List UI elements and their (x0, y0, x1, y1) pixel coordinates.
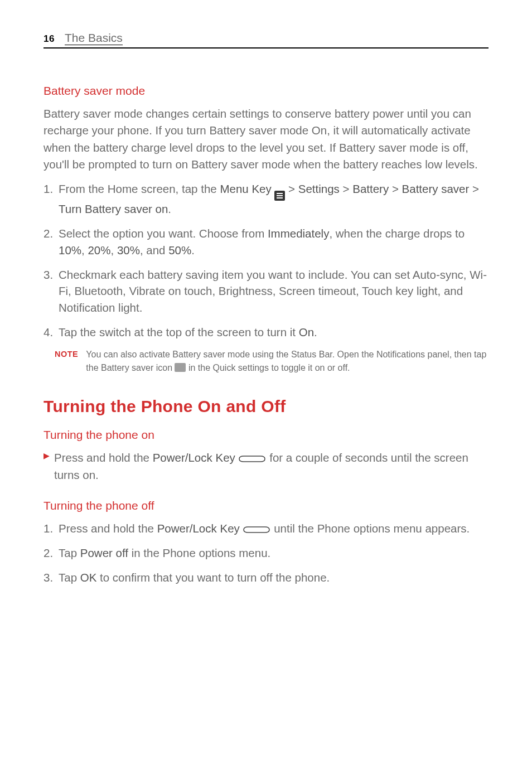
on-label: On (299, 326, 314, 338)
pct-20: 20% (88, 244, 110, 256)
menu-icon (274, 191, 285, 201)
step-4: 4. Tap the switch at the top of the scre… (43, 324, 489, 341)
power-lock-key-label: Power/Lock Key (157, 522, 240, 535)
step-3: 3. Checkmark each battery saving item yo… (43, 267, 489, 316)
text: Tap the switch at the top of the screen … (59, 326, 299, 338)
text: > (340, 182, 352, 195)
pct-30: 30% (117, 244, 140, 256)
text: . (168, 202, 171, 215)
list-number: 1. (43, 181, 54, 217)
power-key-icon (243, 526, 270, 534)
text: . (314, 326, 317, 338)
text: Press and hold the (54, 451, 153, 464)
list-number: 3. (43, 569, 54, 586)
text: to confirm that you want to turn off the… (96, 571, 330, 584)
list-number: 2. (43, 225, 54, 258)
text: > (285, 182, 298, 195)
text: Select the option you want. Choose from (59, 227, 268, 240)
note-label: NOTE (55, 348, 78, 375)
text: Tap (59, 546, 80, 559)
power-lock-key-label: Power/Lock Key (153, 451, 235, 464)
text: > (469, 182, 479, 195)
power-key-icon (238, 455, 266, 463)
text: , and (140, 244, 168, 256)
off-step-2: 2. Tap Power off in the Phone options me… (43, 545, 489, 561)
battery-label: Battery (352, 182, 389, 195)
turn-on-label: Turn Battery saver on (59, 202, 168, 215)
immediately-label: Immediately (268, 227, 330, 240)
text: , (81, 244, 88, 256)
subheading-turning-on: Turning the phone on (43, 428, 489, 442)
text: , when the charge drops to (329, 227, 465, 240)
ok-label: OK (80, 571, 97, 584)
text: > (389, 182, 402, 195)
page-header: 16 The Basics (43, 31, 489, 49)
text: Press and hold the (59, 522, 157, 535)
text: in the Phone options menu. (128, 546, 270, 559)
menu-key-label: Menu Key (220, 182, 271, 195)
subheading-battery-saver: Battery saver mode (43, 84, 489, 98)
heading-turning-phone: Turning the Phone On and Off (43, 397, 489, 416)
list-number: 2. (43, 545, 54, 561)
page-number: 16 (43, 33, 55, 45)
text: Checkmark each battery saving item you w… (59, 267, 489, 316)
bullet-phone-on: ▶ Press and hold the Power/Lock Key for … (43, 449, 489, 483)
note-text: in the Quick settings to toggle it on or… (186, 363, 350, 372)
off-step-1: 1. Press and hold the Power/Lock Key unt… (43, 520, 489, 537)
power-off-label: Power off (80, 546, 128, 559)
text: until the Phone options menu appears. (270, 522, 470, 535)
off-step-3: 3. Tap OK to confirm that you want to tu… (43, 569, 489, 586)
battery-saver-label: Battery saver (402, 182, 470, 195)
settings-label: Settings (298, 182, 340, 195)
subheading-turning-off: Turning the phone off (43, 499, 489, 512)
list-number: 3. (43, 267, 54, 316)
text: Tap (59, 571, 80, 584)
chapter-title: The Basics (65, 31, 123, 45)
text: . (191, 244, 195, 256)
pct-10: 10% (59, 244, 81, 256)
text: , (110, 244, 117, 256)
bullet-icon: ▶ (43, 450, 50, 483)
intro-paragraph: Battery saver mode changes certain setti… (43, 105, 489, 173)
list-number: 1. (43, 520, 54, 537)
list-number: 4. (43, 324, 54, 341)
text: From the Home screen, tap the (59, 182, 220, 195)
step-1: 1. From the Home screen, tap the Menu Ke… (43, 181, 489, 217)
pct-50: 50% (168, 244, 191, 256)
battery-saver-icon (175, 363, 186, 372)
note-block: NOTE You can also activate Battery saver… (55, 348, 489, 375)
step-2: 2. Select the option you want. Choose fr… (43, 225, 489, 258)
